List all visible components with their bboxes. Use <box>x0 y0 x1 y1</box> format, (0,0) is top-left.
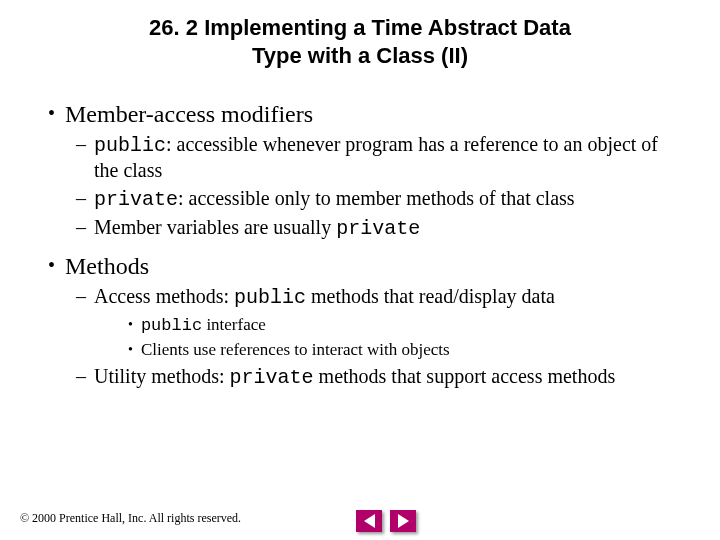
title-line-1: 26. 2 Implementing a Time Abstract Data <box>149 15 571 40</box>
code-keyword: private <box>230 366 314 389</box>
dash-icon: – <box>76 186 86 212</box>
code-keyword: private <box>336 217 420 240</box>
bullet-icon: • <box>48 253 55 280</box>
code-keyword: public <box>141 316 202 335</box>
code-keyword: private <box>94 188 178 211</box>
next-button[interactable] <box>390 510 416 532</box>
nav-buttons <box>356 510 416 532</box>
list-item: public: accessible whenever program has … <box>94 132 680 183</box>
arrow-left-icon <box>364 514 375 528</box>
list-item: Member variables are usually private <box>94 215 420 241</box>
prev-button[interactable] <box>356 510 382 532</box>
bullet-icon: • <box>128 341 133 361</box>
slide-title: 26. 2 Implementing a Time Abstract Data … <box>0 0 720 69</box>
bullet-icon: • <box>48 101 55 128</box>
list-item: Access methods: public methods that read… <box>94 284 555 310</box>
list-item: Utility methods: private methods that su… <box>94 364 615 390</box>
copyright-footer: © 2000 Prentice Hall, Inc. All rights re… <box>20 511 241 526</box>
list-item: private: accessible only to member metho… <box>94 186 575 212</box>
dash-icon: – <box>76 132 86 183</box>
section-heading: Methods <box>65 253 149 280</box>
code-keyword: public <box>234 286 306 309</box>
section-heading: Member-access modifiers <box>65 101 313 128</box>
bullet-icon: • <box>128 316 133 337</box>
list-item: public interface <box>141 314 266 337</box>
dash-icon: – <box>76 364 86 390</box>
slide-content: • Member-access modifiers – public: acce… <box>0 69 720 390</box>
list-item: Clients use references to interact with … <box>141 339 450 361</box>
title-line-2: Type with a Class (II) <box>252 43 468 68</box>
arrow-right-icon <box>398 514 409 528</box>
dash-icon: – <box>76 215 86 241</box>
code-keyword: public <box>94 134 166 157</box>
dash-icon: – <box>76 284 86 310</box>
